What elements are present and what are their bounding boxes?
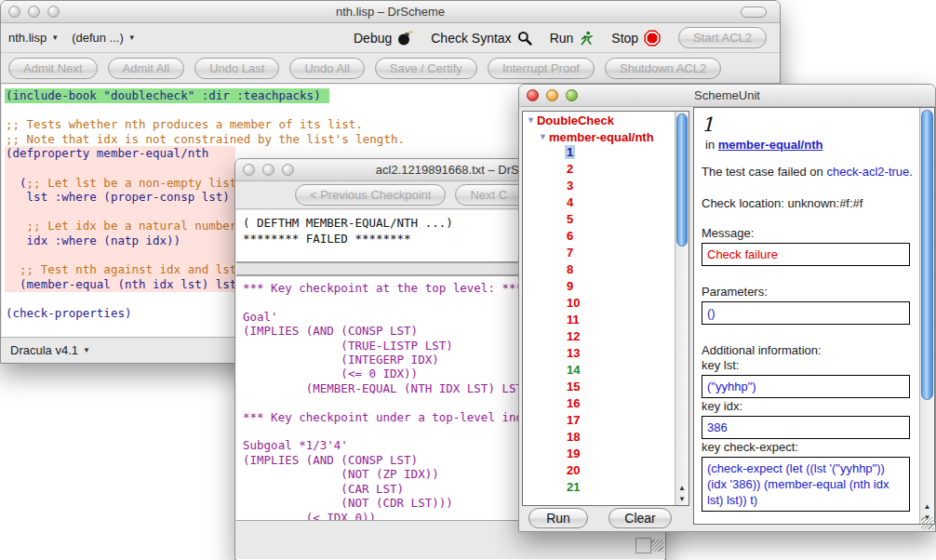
test-case-item[interactable]: 16 xyxy=(523,396,689,413)
test-case-number[interactable]: 12 xyxy=(565,329,582,343)
run-tests-button[interactable]: Run xyxy=(528,508,588,528)
acl2-toolbar-button[interactable]: Interrupt Proof xyxy=(488,58,595,79)
failure-text: The test case failed on xyxy=(702,165,826,179)
test-case-item[interactable]: 17 xyxy=(523,413,689,430)
acl2-toolbar-button[interactable]: Undo All xyxy=(289,58,364,79)
check-syntax-button[interactable]: Check Syntax xyxy=(431,31,531,46)
stop-button[interactable]: Stop xyxy=(611,30,661,47)
acl2-toolbar-button[interactable]: Admit All xyxy=(108,58,185,79)
scroll-up-arrow[interactable]: ▲ xyxy=(678,484,686,492)
dracula-language-dropdown[interactable]: Dracula v4.1 ▼ xyxy=(10,343,90,357)
run-button[interactable]: Run xyxy=(550,31,595,46)
tree-item-doublecheck[interactable]: ▼ DoubleCheck xyxy=(523,112,689,128)
test-case-item[interactable]: 19 xyxy=(523,447,689,463)
schemeunit-resize-grip[interactable] xyxy=(921,517,933,529)
acl2-toolbar-button[interactable]: Save / Certify xyxy=(375,58,477,79)
scrollbar-thumb[interactable] xyxy=(676,113,688,247)
test-case-number[interactable]: 8 xyxy=(565,262,575,276)
test-case-number[interactable]: 18 xyxy=(565,430,582,444)
bomb-icon xyxy=(397,30,413,46)
test-tree-panel[interactable]: ▼ DoubleCheck ▼ member-equal/nth 1234567… xyxy=(522,111,689,506)
test-case-item[interactable]: 5 xyxy=(523,212,689,229)
main-titlebar[interactable]: nth.lisp – DrScheme xyxy=(1,1,780,23)
detail-scrollbar[interactable]: ▲ ▼ xyxy=(919,108,934,524)
tree-item-member-equal-nth[interactable]: ▼ member-equal/nth xyxy=(523,128,689,145)
failure-text-end: . xyxy=(909,165,913,179)
test-case-item[interactable]: 7 xyxy=(523,246,689,262)
test-case-item[interactable]: 11 xyxy=(523,313,689,329)
file-dropdown[interactable]: nth.lisp ▼ xyxy=(8,31,59,45)
test-case-number[interactable]: 16 xyxy=(565,396,582,410)
test-detail-panel[interactable]: 1 in member-equal/nth The test case fail… xyxy=(693,107,935,525)
tree-root-label: DoubleCheck xyxy=(537,113,614,127)
test-case-item[interactable]: 2 xyxy=(523,162,689,179)
test-case-number[interactable]: 15 xyxy=(565,380,582,393)
case-group-link[interactable]: member-equal/nth xyxy=(718,138,823,152)
test-case-number[interactable]: 11 xyxy=(565,313,582,327)
defun-dropdown[interactable]: (defun ...) ▼ xyxy=(72,31,136,45)
test-case-item[interactable]: 21 xyxy=(523,480,689,497)
acl2-toolbar-button[interactable]: Undo Last xyxy=(194,58,279,79)
test-case-number[interactable]: 3 xyxy=(565,179,575,193)
disclosure-triangle-icon[interactable]: ▼ xyxy=(539,132,547,141)
field-value-box: ("yyhhp") xyxy=(702,375,910,398)
code-line: ;; Note that idx is not constrained by t… xyxy=(6,132,405,147)
test-case-number[interactable]: 7 xyxy=(565,246,575,260)
test-case-item[interactable]: 13 xyxy=(523,346,689,363)
test-case-number[interactable]: 20 xyxy=(565,463,582,477)
test-case-number[interactable]: 1 xyxy=(565,145,575,159)
test-case-number[interactable]: 21 xyxy=(565,480,582,494)
tree-scrollbar[interactable]: ▲ ▼ xyxy=(675,112,689,505)
scroll-down-arrow[interactable]: ▼ xyxy=(678,495,686,503)
acl2-resize-grip[interactable] xyxy=(651,540,663,552)
file-dropdown-label: nth.lisp xyxy=(8,31,47,45)
test-case-item[interactable]: 1 xyxy=(523,145,689,162)
test-case-number[interactable]: 6 xyxy=(565,229,575,243)
check-syntax-label: Check Syntax xyxy=(431,31,511,46)
test-case-item[interactable]: 8 xyxy=(523,262,689,279)
test-case-item[interactable]: 6 xyxy=(523,229,689,246)
test-case-number[interactable]: 2 xyxy=(565,162,575,176)
test-case-item[interactable]: 15 xyxy=(523,380,689,396)
test-case-item[interactable]: 10 xyxy=(523,296,689,313)
field-value-box: (check-expect (let ((lst '("yyhhp")) (id… xyxy=(702,457,910,512)
test-case-item[interactable]: 20 xyxy=(523,463,689,480)
scroll-up-arrow[interactable]: ▲ xyxy=(924,502,931,511)
test-case-item[interactable]: 4 xyxy=(523,195,689,212)
test-case-number[interactable]: 9 xyxy=(565,279,575,293)
in-label: in xyxy=(705,138,715,152)
code-text: idx :where (natp idx)) xyxy=(6,233,181,247)
test-case-number[interactable]: 14 xyxy=(565,363,582,377)
tree-case-list: 123456789101112131415161718192021 xyxy=(523,145,689,497)
test-case-number[interactable]: 10 xyxy=(565,296,582,310)
editor-nav-row: nth.lisp ▼ (defun ...) ▼ Debug Check Syn… xyxy=(1,23,780,53)
case-number-heading: 1 xyxy=(702,113,915,136)
schemeunit-titlebar[interactable]: SchemeUnit xyxy=(519,85,935,107)
acl2-toolbar-button[interactable]: Admit Next xyxy=(8,58,98,79)
tree-group-label: member-equal/nth xyxy=(549,130,654,144)
test-case-item[interactable]: 18 xyxy=(523,430,689,447)
test-case-number[interactable]: 4 xyxy=(565,195,575,209)
previous-checkpoint-button[interactable]: < Previous Checkpoint xyxy=(295,184,446,206)
test-case-number[interactable]: 13 xyxy=(565,346,582,360)
test-case-item[interactable]: 9 xyxy=(523,279,689,296)
scrollbar-thumb[interactable] xyxy=(921,110,933,400)
start-acl2-button[interactable]: Start ACL2 xyxy=(678,27,767,48)
code-text: (member-equal (nth idx lst) lst)) xyxy=(6,277,250,291)
chevron-down-icon: ▼ xyxy=(51,33,59,42)
case-location-line: in member-equal/nth xyxy=(702,138,915,152)
disclosure-triangle-icon[interactable]: ▼ xyxy=(527,115,535,125)
clear-button[interactable]: Clear xyxy=(608,508,672,528)
test-case-number[interactable]: 19 xyxy=(565,447,582,460)
test-case-item[interactable]: 14 xyxy=(523,363,689,380)
debug-button[interactable]: Debug xyxy=(354,30,413,46)
test-case-number[interactable]: 5 xyxy=(565,212,575,226)
check-location-line: Check location: unknown:#f:#f xyxy=(702,196,915,210)
test-case-number[interactable]: 17 xyxy=(565,413,582,427)
message-value-box: Check failure xyxy=(702,243,910,266)
test-case-item[interactable]: 3 xyxy=(523,179,689,195)
run-label: Run xyxy=(550,31,574,46)
toolbar-toggle-pill[interactable] xyxy=(741,7,767,18)
acl2-toolbar-button[interactable]: Shutdown ACL2 xyxy=(605,58,721,79)
test-case-item[interactable]: 12 xyxy=(523,329,689,346)
